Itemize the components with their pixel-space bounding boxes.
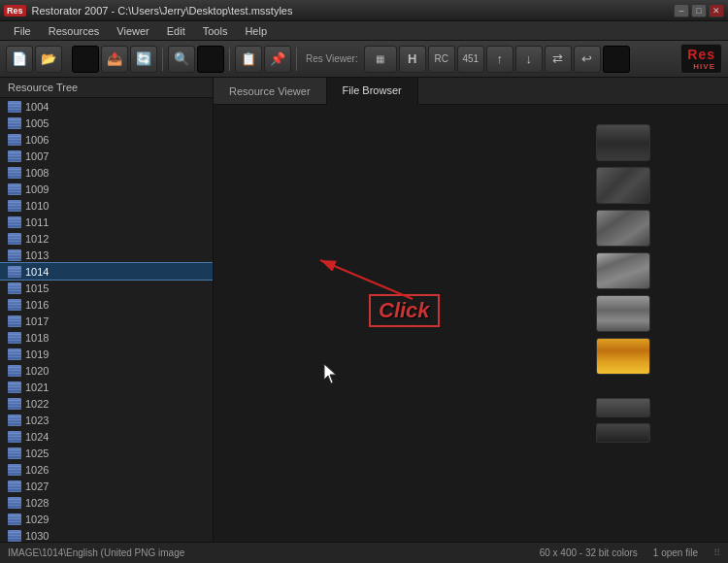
arrows-btn[interactable]: ⇄ [545,46,572,73]
search-button[interactable]: 🔍 [168,46,195,73]
toolbar: 📄 📂 📤 🔄 🔍 📋 📌 Res Viewer: ▦ H RC 451 ↑ ↓… [0,41,728,78]
folder-icon [8,133,21,147]
menu-file[interactable]: File [6,23,39,39]
tree-item-1017[interactable]: 1017 [0,313,213,329]
folder-icon [8,463,21,477]
tree-item-label: 1020 [25,365,49,377]
folder-icon [8,215,21,229]
export-button[interactable]: 📤 [101,46,128,73]
title-bar: Res Restorator 2007 - C:\Users\Jerry\Des… [0,0,728,21]
folder-icon [8,414,21,427]
tree-item-label: 1015 [25,282,49,294]
tree-item-1016[interactable]: 1016 [0,296,213,313]
black-btn1[interactable] [72,46,99,73]
close-button[interactable]: ✕ [709,4,724,17]
folder-icon [8,248,21,262]
status-resize-icon: ⠿ [713,547,720,558]
tree-item-1010[interactable]: 1010 [0,197,213,214]
folder-icon [8,282,21,295]
main-area: Resource Tree 10041005100610071008100910… [0,78,728,542]
image-strip-6 [596,338,650,375]
tree-item-1012[interactable]: 1012 [0,230,213,247]
tree-item-1028[interactable]: 1028 [0,494,213,511]
res-logo: Res HIVE [680,44,722,74]
folder-icon [8,430,21,444]
tree-item-label: 1011 [25,216,49,228]
folder-icon [8,315,21,328]
tree-item-1026[interactable]: 1026 [0,461,213,478]
menu-viewer[interactable]: Viewer [109,23,156,39]
num-btn[interactable]: 451 [457,46,484,73]
tree-item-1023[interactable]: 1023 [0,412,213,428]
app-icon: Res [4,5,26,17]
tree-item-1027[interactable]: 1027 [0,478,213,494]
grid-btn[interactable]: ▦ [364,46,397,73]
tab-file-browser[interactable]: File Browser [327,78,418,105]
folder-icon [8,265,21,279]
tree-item-1022[interactable]: 1022 [0,395,213,412]
h-btn[interactable]: H [399,46,426,73]
folder-icon [8,298,21,312]
arrow-svg [291,250,417,309]
image-strip-4 [596,252,650,289]
tree-item-1008[interactable]: 1008 [0,164,213,181]
tree-item-1015[interactable]: 1015 [0,280,213,296]
right-panel: Resource Viewer File Browser [214,78,728,542]
tabs: Resource Viewer File Browser [214,78,728,105]
tree-content[interactable]: 1004100510061007100810091010101110121013… [0,98,213,542]
tree-item-label: 1012 [25,233,49,245]
fwd-btn[interactable] [603,46,630,73]
svg-marker-2 [324,364,336,383]
tree-item-1009[interactable]: 1009 [0,181,213,197]
image-strip-2 [596,167,650,204]
folder-icon [8,529,21,543]
tree-item-label: 1019 [25,348,49,360]
copy-button[interactable]: 📋 [235,46,262,73]
import-button[interactable]: 🔄 [130,46,157,73]
tree-item-1014[interactable]: 1014 [0,263,213,280]
click-annotation: Click [369,294,440,327]
tree-item-label: 1014 [25,266,49,278]
folder-icon [8,232,21,246]
tab-resource-viewer[interactable]: Resource Viewer [214,78,327,104]
menu-edit[interactable]: Edit [159,23,193,39]
menu-help[interactable]: Help [237,23,275,39]
tree-item-label: 1005 [25,117,49,129]
folder-icon [8,447,21,460]
folder-icon [8,331,21,345]
tree-item-1025[interactable]: 1025 [0,445,213,461]
minimize-button[interactable]: – [674,4,689,17]
tree-item-1018[interactable]: 1018 [0,329,213,346]
tree-item-1007[interactable]: 1007 [0,148,213,164]
tree-item-1004[interactable]: 1004 [0,98,213,115]
tree-item-1013[interactable]: 1013 [0,247,213,263]
folder-icon [8,149,21,163]
down-btn[interactable]: ↓ [515,46,543,73]
black-btn2[interactable] [197,46,224,73]
new-button[interactable]: 📄 [6,46,33,73]
tree-item-1005[interactable]: 1005 [0,115,213,131]
tree-item-1024[interactable]: 1024 [0,428,213,445]
cursor-indicator [322,362,342,387]
paste-button[interactable]: 📌 [264,46,291,73]
maximize-button[interactable]: □ [691,4,707,17]
tree-item-1019[interactable]: 1019 [0,346,213,362]
tree-item-label: 1010 [25,200,49,212]
tree-item-label: 1021 [25,381,49,393]
tree-item-1029[interactable]: 1029 [0,511,213,527]
menu-resources[interactable]: Resources [41,23,108,39]
tree-item-1030[interactable]: 1030 [0,527,213,542]
tree-item-1006[interactable]: 1006 [0,131,213,148]
menu-tools[interactable]: Tools [195,23,236,39]
tree-item-1020[interactable]: 1020 [0,362,213,379]
image-strip-3 [596,210,650,247]
up-btn[interactable]: ↑ [486,46,513,73]
tree-item-1021[interactable]: 1021 [0,379,213,395]
rc-btn[interactable]: RC [428,46,455,73]
tree-item-label: 1007 [25,150,49,162]
tree-item-1011[interactable]: 1011 [0,214,213,230]
back-btn[interactable]: ↩ [574,46,601,73]
tree-item-label: 1027 [25,480,49,492]
open-button[interactable]: 📂 [35,46,62,73]
sep2 [229,48,230,71]
